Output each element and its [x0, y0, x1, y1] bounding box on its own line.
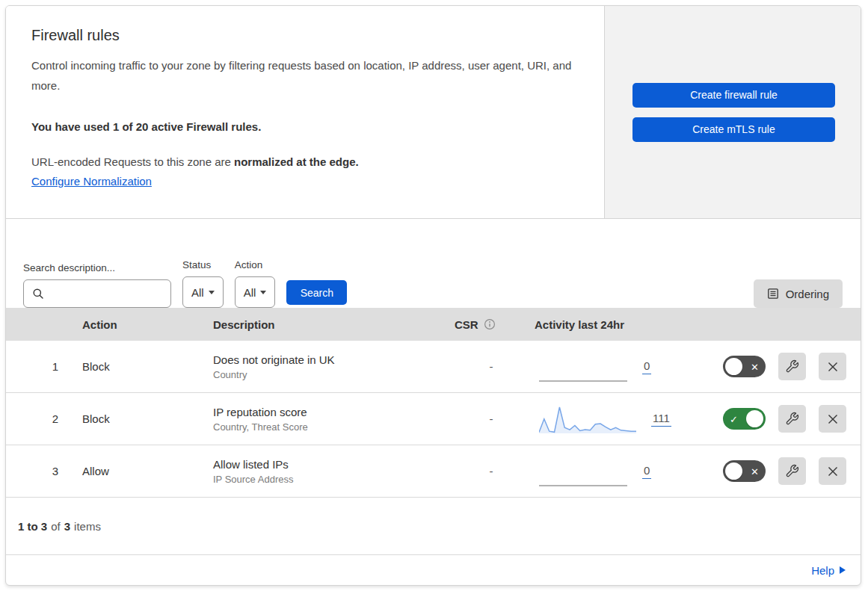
activity-sparkline: [539, 456, 627, 487]
activity-sparkline: [539, 351, 627, 383]
toggle-knob: [725, 462, 742, 480]
pagination-total: 3: [64, 520, 70, 533]
rule-controls: ✓ ✕: [705, 457, 861, 485]
x-icon: ✕: [751, 466, 759, 476]
rule-activity-cell: 111: [533, 403, 705, 435]
rule-activity-cell: 0: [533, 351, 705, 383]
rule-activity-cell: 0: [533, 456, 705, 487]
rule-action: Block: [72, 412, 203, 425]
rule-description: Allow listed IPs: [213, 458, 449, 471]
rule-description-cell: IP reputation score Country, Threat Scor…: [203, 406, 449, 433]
action-column-header: Action: [72, 318, 203, 331]
rule-description-cell: Does not originate in UK Country: [203, 353, 449, 380]
status-dropdown[interactable]: All: [182, 276, 224, 308]
search-input[interactable]: [44, 288, 190, 300]
page-description: Control incoming traffic to your zone by…: [31, 55, 574, 96]
rule-csr-value: -: [449, 465, 533, 477]
rule-enabled-toggle[interactable]: ✓ ✕: [723, 408, 766, 430]
rule-priority: 1: [6, 360, 72, 373]
pagination-of: of: [51, 520, 61, 533]
rule-controls: ✓ ✕: [705, 353, 861, 380]
table-footer: 1 to 3 of 3 items: [6, 498, 861, 555]
edit-rule-button[interactable]: [778, 457, 806, 485]
table-header: Action Description CSR Activity last 24h…: [6, 308, 861, 341]
activity-count-link[interactable]: 0: [642, 359, 651, 374]
rule-action: Block: [72, 360, 203, 373]
table-row: 3 Allow Allow listed IPs IP Source Addre…: [6, 445, 861, 498]
wrench-icon: [785, 464, 799, 478]
close-icon: [826, 465, 840, 478]
activity-column-header: Activity last 24hr: [533, 318, 705, 331]
rule-controls: ✓ ✕: [705, 405, 861, 433]
help-bar: Help: [6, 555, 861, 585]
rule-csr-value: -: [449, 360, 533, 373]
rule-csr-value: -: [449, 412, 533, 425]
rule-priority: 3: [6, 465, 72, 477]
csr-column-header: CSR: [449, 318, 533, 331]
firewall-rules-page: Firewall rules Control incoming traffic …: [5, 5, 861, 586]
document-list-icon: [767, 288, 779, 300]
intro-section: Firewall rules Control incoming traffic …: [6, 6, 861, 219]
status-filter-group: Status All: [182, 259, 224, 308]
rule-description: IP reputation score: [213, 406, 449, 418]
ordering-button[interactable]: Ordering: [754, 279, 843, 308]
chevron-down-icon: [209, 291, 215, 294]
create-mtls-rule-button[interactable]: Create mTLS rule: [632, 117, 835, 142]
configure-normalization-link[interactable]: Configure Normalization: [31, 175, 152, 188]
table-row: 1 Block Does not originate in UK Country…: [6, 341, 861, 393]
right-triangle-icon: [840, 566, 846, 574]
edit-rule-button[interactable]: [778, 353, 806, 380]
rule-description-cell: Allow listed IPs IP Source Address: [203, 458, 449, 485]
rule-match-fields: IP Source Address: [213, 474, 449, 485]
rule-match-fields: Country: [213, 369, 449, 380]
delete-rule-button[interactable]: [819, 457, 846, 485]
activity-sparkline: [539, 403, 636, 435]
table-row: 2 Block IP reputation score Country, Thr…: [6, 393, 861, 445]
pagination-range: 1 to 3: [18, 520, 47, 533]
usage-notice: You have used 1 of 20 active Firewall ru…: [31, 120, 574, 133]
description-column-header: Description: [203, 318, 449, 331]
action-filter-group: Action All: [235, 259, 276, 308]
normalization-text: URL-encoded Requests to this zone are no…: [31, 155, 574, 168]
delete-rule-button[interactable]: [819, 405, 846, 433]
toggle-knob: [746, 410, 763, 427]
page-title: Firewall rules: [31, 27, 574, 44]
create-firewall-rule-button[interactable]: Create firewall rule: [632, 83, 835, 108]
activity-count-link[interactable]: 0: [642, 464, 651, 479]
help-link[interactable]: Help: [811, 564, 846, 577]
search-box[interactable]: [23, 279, 171, 308]
status-label: Status: [182, 259, 224, 270]
pagination-items: items: [74, 520, 101, 533]
x-icon: ✕: [751, 362, 759, 371]
rule-action: Allow: [72, 465, 203, 477]
rule-description: Does not originate in UK: [213, 353, 449, 366]
action-dropdown[interactable]: All: [235, 276, 276, 308]
search-label: Search description...: [23, 262, 171, 273]
chevron-down-icon: [260, 291, 266, 294]
activity-count-link[interactable]: 111: [651, 412, 671, 427]
search-field-group: Search description...: [23, 262, 171, 308]
info-circle-icon[interactable]: [484, 318, 496, 330]
close-icon: [826, 360, 840, 374]
close-icon: [826, 412, 840, 426]
intro-card: Firewall rules Control incoming traffic …: [6, 6, 604, 218]
rule-enabled-toggle[interactable]: ✓ ✕: [723, 460, 766, 482]
rule-priority: 2: [6, 412, 72, 425]
actions-panel: Create firewall rule Create mTLS rule: [604, 6, 861, 218]
edit-rule-button[interactable]: [778, 405, 806, 433]
search-icon: [32, 288, 44, 300]
wrench-icon: [785, 359, 799, 374]
delete-rule-button[interactable]: [819, 353, 846, 380]
action-label: Action: [235, 259, 276, 270]
rule-match-fields: Country, Threat Score: [213, 421, 449, 433]
wrench-icon: [785, 412, 799, 426]
toggle-knob: [725, 358, 742, 375]
search-button[interactable]: Search: [286, 280, 347, 305]
filter-bar: Search description... Status All Action …: [6, 219, 861, 308]
check-icon: ✓: [730, 414, 738, 424]
rule-enabled-toggle[interactable]: ✓ ✕: [723, 356, 766, 377]
